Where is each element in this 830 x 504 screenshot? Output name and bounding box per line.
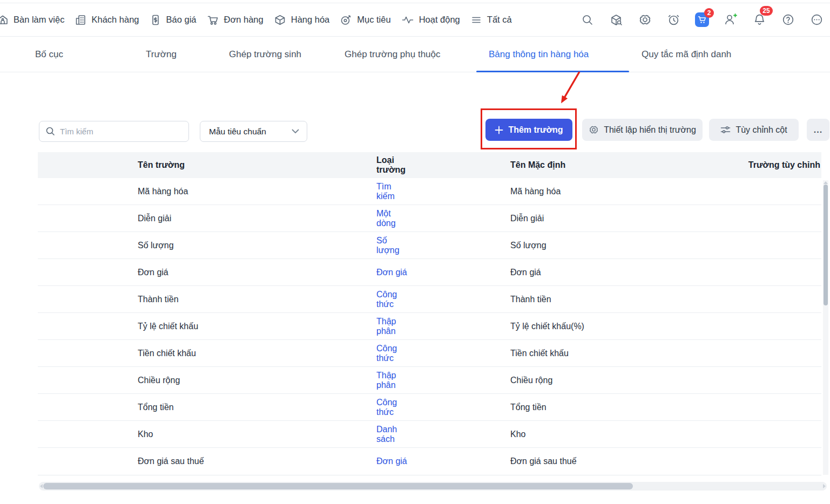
more-icon[interactable] <box>809 13 824 27</box>
field-type-link[interactable]: Đơn giá <box>275 457 410 466</box>
scroll-right-arrow[interactable] <box>823 484 826 488</box>
nav-label: Bàn làm việc <box>14 15 64 25</box>
nav-item-goods[interactable]: Hàng hóa <box>274 14 330 26</box>
field-search <box>39 121 189 142</box>
bell-icon[interactable]: 25 <box>752 13 766 27</box>
table-row[interactable]: Kho Danh sách Kho <box>38 421 821 448</box>
field-name-cell: Mã hàng hóa <box>38 187 275 196</box>
field-name-cell: Thành tiền <box>38 295 275 304</box>
nav-label: Mục tiêu <box>357 15 390 25</box>
table-header-row: Tên trường Loại trường Tên Mặc định Trườ… <box>38 152 821 178</box>
cart-blue-icon[interactable]: 2 <box>695 13 709 27</box>
tab-identifier-rules[interactable]: Quy tắc mã định danh <box>642 37 731 72</box>
field-name-cell: Diễn giải <box>38 214 275 223</box>
table-row[interactable]: Tỷ lệ chiết khấu Thập phân Tỷ lệ chiết k… <box>38 313 821 340</box>
fields-table: Tên trường Loại trường Tên Mặc định Trườ… <box>38 152 821 475</box>
table-row[interactable]: Chiều rộng Thập phân Chiều rộng <box>38 367 821 394</box>
field-type-link[interactable]: Thập phân <box>275 371 410 390</box>
search-input[interactable] <box>39 121 189 142</box>
field-name-cell: Tiền chiết khấu <box>38 349 275 358</box>
vertical-scrollbar[interactable] <box>823 180 828 475</box>
field-name-cell: Tổng tiền <box>38 403 275 412</box>
default-name-cell: Thành tiền <box>410 295 643 304</box>
table-row[interactable]: Đơn giá Đơn giá Đơn giá <box>38 259 821 286</box>
nav-item-workspace[interactable]: Bàn làm việc <box>0 14 64 26</box>
nav-item-activities[interactable]: Hoạt động <box>401 14 460 26</box>
activity-icon <box>401 14 414 26</box>
field-name-cell: Đơn giá sau thuế <box>38 457 275 466</box>
notification-badge: 25 <box>760 6 773 16</box>
app-page: Bàn làm việc Khách hàng Báo giá Đơn hàng <box>0 0 830 504</box>
nav-item-quotes[interactable]: Báo giá <box>150 14 197 26</box>
horizontal-scrollbar[interactable] <box>39 482 827 491</box>
top-nav-actions: 2 25 <box>581 3 824 36</box>
gear-icon <box>589 125 599 135</box>
field-name-cell: Tỷ lệ chiết khấu <box>38 322 275 331</box>
template-select[interactable]: Mẫu tiêu chuẩn <box>200 121 307 142</box>
tab-fields[interactable]: Trường <box>146 37 177 72</box>
sliders-icon <box>720 125 731 134</box>
col-header-field-type: Loại trường <box>275 155 410 175</box>
box-icon <box>274 14 286 26</box>
table-row[interactable]: Tiền chiết khấu Công thức Tiền chiết khấ… <box>38 340 821 367</box>
scroll-up-arrow[interactable] <box>824 181 828 184</box>
table-row[interactable]: Đơn giá sau thuế Đơn giá Đơn giá sau thu… <box>38 448 821 475</box>
gear-icon[interactable] <box>638 13 652 27</box>
nav-item-goals[interactable]: Mục tiêu <box>340 14 390 26</box>
vertical-scrollbar-thumb[interactable] <box>824 185 828 305</box>
nav-label: Đơn hàng <box>224 15 264 25</box>
field-type-link[interactable]: Số lượng <box>275 236 410 255</box>
scroll-left-arrow[interactable] <box>40 484 43 488</box>
nav-label: Báo giá <box>166 15 197 25</box>
field-type-link[interactable]: Một dòng <box>275 209 410 228</box>
search-icon[interactable] <box>581 13 595 27</box>
field-type-link[interactable]: Công thức <box>275 344 410 363</box>
field-type-link[interactable]: Công thức <box>275 398 410 417</box>
table-row[interactable]: Mã hàng hóa Tìm kiếm Mã hàng hóa <box>38 178 821 205</box>
nav-item-orders[interactable]: Đơn hàng <box>207 14 264 26</box>
col-header-default-name: Tên Mặc định <box>410 160 643 170</box>
menu-icon <box>470 14 482 26</box>
table-row[interactable]: Diễn giải Một dòng Diễn giải <box>38 205 821 232</box>
field-type-link[interactable]: Thập phân <box>275 317 410 336</box>
field-type-link[interactable]: Đơn giá <box>275 268 410 277</box>
default-name-cell: Diễn giải <box>410 214 643 223</box>
add-field-button[interactable]: Thêm trường <box>485 119 572 141</box>
field-type-link[interactable]: Tìm kiếm <box>275 182 410 201</box>
tab-layout[interactable]: Bố cục <box>35 37 63 72</box>
top-nav-modules: Bàn làm việc Khách hàng Báo giá Đơn hàng <box>0 14 512 26</box>
table-row[interactable]: Thành tiền Công thức Thành tiền <box>38 286 821 313</box>
alarm-icon[interactable] <box>666 13 680 27</box>
active-tab-underline <box>476 71 629 72</box>
default-name-cell: Số lượng <box>410 241 643 250</box>
home-icon <box>0 14 9 26</box>
customize-columns-button[interactable]: Tùy chỉnh cột <box>709 119 799 141</box>
field-type-link[interactable]: Công thức <box>275 290 410 309</box>
nav-item-all[interactable]: Tất cả <box>470 14 512 26</box>
nav-label: Tất cả <box>487 15 512 25</box>
add-user-icon[interactable] <box>724 13 738 27</box>
field-type-link[interactable]: Danh sách <box>275 425 410 444</box>
default-name-cell: Tỷ lệ chiết khấu(%) <box>410 322 643 331</box>
col-header-field-name: Tên trường <box>38 160 275 170</box>
plus-icon <box>495 126 503 134</box>
more-actions-button[interactable]: ... <box>807 119 829 141</box>
display-settings-button[interactable]: Thiết lập hiển thị trường <box>582 119 703 141</box>
chevron-down-icon <box>292 129 299 134</box>
default-name-cell: Kho <box>410 430 643 439</box>
tab-generated-field-merge[interactable]: Ghép trường sinh <box>229 37 301 72</box>
default-name-cell: Chiều rộng <box>410 376 643 385</box>
horizontal-scrollbar-thumb[interactable] <box>43 483 633 489</box>
field-name-cell: Kho <box>38 430 275 439</box>
table-row[interactable]: Tổng tiền Công thức Tổng tiền <box>38 394 821 421</box>
tab-goods-info-table[interactable]: Bảng thông tin hàng hóa <box>489 37 589 72</box>
default-name-cell: Tổng tiền <box>410 403 643 412</box>
default-name-cell: Đơn giá sau thuế <box>410 457 643 466</box>
field-name-cell: Số lượng <box>38 241 275 250</box>
product-search-icon[interactable] <box>609 13 623 27</box>
template-select-value: Mẫu tiêu chuẩn <box>209 127 292 137</box>
nav-item-customers[interactable]: Khách hàng <box>75 14 139 26</box>
help-icon[interactable] <box>781 13 795 27</box>
tab-dependent-field-merge[interactable]: Ghép trường phụ thuộc <box>345 37 441 72</box>
table-row[interactable]: Số lượng Số lượng Số lượng <box>38 232 821 259</box>
